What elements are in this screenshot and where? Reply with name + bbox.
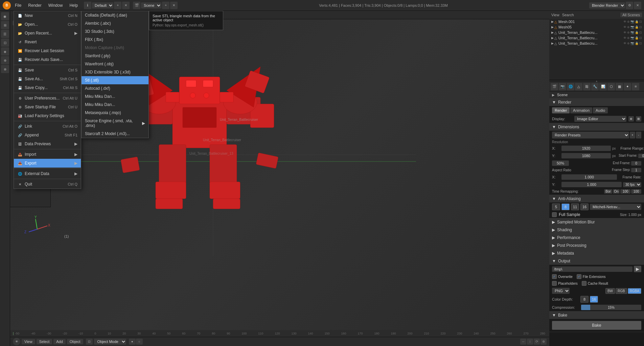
object-mode-select[interactable]: Object Mode [94, 339, 126, 345]
compression-bar[interactable]: 15% [581, 305, 641, 310]
export-mmd2[interactable]: Miku Miku Dan... [82, 101, 148, 109]
sidebar-icon-5[interactable]: ◈ [1, 47, 9, 56]
outliner-item-unit2[interactable]: ▶ △ Unit_Terran_Battlecru... 👁⊕📷🔒⊡ [549, 35, 644, 41]
export-obj[interactable]: Wavefront (.obj) [82, 60, 148, 68]
menu-file[interactable]: File [12, 2, 24, 9]
render-tab-animation[interactable]: Animation [570, 107, 592, 113]
shading-wire[interactable]: ○ [136, 339, 143, 345]
output-header[interactable]: ▼ Output [549, 257, 644, 265]
sidebar-icon-1[interactable]: ◉ [1, 12, 9, 20]
prop-tab-world[interactable]: 🌐 [567, 83, 574, 90]
sidebar-icon-2[interactable]: ⊞ [1, 21, 9, 29]
percent-field[interactable] [552, 160, 569, 166]
res-x-field[interactable] [561, 146, 611, 151]
sidebar-icon-4[interactable]: ⊡ [1, 39, 9, 47]
menu-quit[interactable]: ✕ Quit Ctrl Q [14, 180, 81, 189]
post-processing-header[interactable]: ▶ Post Processing [549, 242, 644, 249]
menu-new[interactable]: 📄 New Ctrl N [14, 11, 81, 20]
menu-save[interactable]: 💾 Save Ctrl S [14, 66, 81, 74]
aa-11-btn[interactable]: 11 [571, 203, 579, 210]
export-bvh[interactable]: Motion Capture (.bvh) [82, 44, 148, 52]
shading-header[interactable]: ▶ Shading [549, 226, 644, 234]
outliner-item-unit1[interactable]: ▶ △ Unit_Terran_Battlecru... 👁⊕📷🔒⊡ [549, 30, 644, 35]
plus-icon[interactable]: + [114, 2, 121, 9]
scene-select[interactable]: Scene [141, 2, 161, 8]
tool-icon-2[interactable]: ↕ [527, 339, 533, 345]
blender-logo[interactable]: B [3, 1, 11, 9]
outliner-item-mesh001[interactable]: ▶ △ Mesh.001 👁⊕📷🔒⊡ [549, 19, 644, 24]
viewport-draw-btn[interactable]: ⊡ [86, 339, 93, 345]
export-dxf[interactable]: Autocad (.dxf) [82, 84, 148, 92]
full-sample-checkbox[interactable] [552, 212, 557, 217]
menu-open[interactable]: 📂 Open... Ctrl O [14, 20, 81, 29]
menu-import[interactable]: 📥 Import ▶ [14, 150, 81, 159]
display-icon-2[interactable]: ⊠ [636, 116, 641, 122]
layout-select[interactable]: Default [92, 2, 113, 8]
info-icon[interactable]: ℹ [84, 2, 91, 9]
presets-del-btn[interactable]: - [636, 132, 641, 138]
prop-tab-physics[interactable]: ⚛ [632, 83, 639, 90]
engine-select[interactable]: Blender Render [589, 2, 625, 8]
menu-recover-auto[interactable]: 💾 Recover Auto Save... [14, 55, 81, 64]
remap-100-2-field[interactable] [631, 189, 641, 194]
prop-tab-object[interactable]: △ [575, 83, 582, 90]
prop-tab-material[interactable]: ⬡ [607, 83, 615, 90]
scene-plus-icon[interactable]: + [162, 2, 169, 9]
select-menu-btn[interactable]: Select [37, 339, 52, 344]
export-alembic[interactable]: Alembic (.abc) [82, 19, 148, 27]
menu-append[interactable]: 🔗 Append Shift F1 [14, 131, 81, 139]
menu-render[interactable]: Render [25, 2, 44, 9]
engine-icon[interactable]: ⚙ [626, 2, 633, 9]
presets-add-btn[interactable]: + [630, 132, 635, 138]
export-mqo[interactable]: Metasequoia (.mqo) [82, 109, 148, 117]
menu-load-factory[interactable]: 🏭 Load Factory Settings [14, 111, 81, 120]
display-icon-1[interactable]: ⊕ [628, 116, 634, 122]
view-icon[interactable]: 👁 [13, 338, 20, 345]
res-y-field[interactable] [561, 153, 611, 158]
sidebar-icon-3[interactable]: ☰ [1, 30, 9, 38]
aa-16-btn[interactable]: 16 [580, 203, 589, 210]
format-select[interactable]: PNG [552, 288, 570, 294]
color-depth-16-btn[interactable]: 16 [590, 296, 598, 303]
add-menu-btn[interactable]: Add [53, 339, 66, 344]
menu-window[interactable]: Window [46, 2, 66, 9]
prop-tab-render[interactable]: 📷 [559, 83, 566, 90]
menu-save-as[interactable]: 💾 Save As... Shift Ctrl S [14, 74, 81, 83]
outliner-view-btn[interactable]: View [551, 13, 559, 17]
output-path-input[interactable] [552, 266, 632, 272]
render-section-header[interactable]: ▼ Render [549, 99, 644, 106]
prop-tab-constraints[interactable]: ⛓ [583, 83, 591, 90]
end-frame-field[interactable] [631, 161, 641, 166]
menu-data-previews[interactable]: 🖼 Data Previews ▶ [14, 139, 81, 148]
tool-icon-1[interactable]: ↔ [520, 339, 526, 345]
remap-100-1-field[interactable] [620, 189, 630, 194]
start-frame-field[interactable] [638, 154, 644, 158]
fps-select[interactable]: 30 fps [623, 182, 641, 187]
prop-tab-particles[interactable]: ✦ [624, 83, 631, 90]
prop-tab-data[interactable]: 📊 [599, 83, 607, 90]
export-sc2[interactable]: Starcraft 2 Model (.m3)... [82, 130, 148, 138]
export-mmd1[interactable]: Miku Miku Dan... [82, 92, 148, 101]
export-collada[interactable]: Collada (Default) (.dae) [82, 11, 148, 19]
tool-icon-4[interactable]: ⊕ [540, 339, 547, 345]
aa-method-select[interactable]: Mitchell-Netrav... [590, 204, 641, 210]
prop-tab-scene[interactable]: 🎬 [551, 83, 558, 90]
render-tab-audio[interactable]: Audio [593, 107, 608, 113]
prop-tab-texture[interactable]: ▦ [616, 83, 623, 90]
prop-tab-modifiers[interactable]: 🔧 [591, 83, 599, 90]
aa-8-btn[interactable]: 8 [561, 203, 570, 210]
menu-save-copy[interactable]: 💾 Save Copy... Ctrl Alt S [14, 83, 81, 92]
placeholders-checkbox[interactable] [552, 281, 557, 286]
color-rgba-btn[interactable]: RGBA [628, 288, 641, 294]
cache-result-checkbox[interactable] [582, 281, 586, 286]
outliner-item-mesh05[interactable]: ▶ △ Mesh05 👁⊕📷🔒⊡ [549, 24, 644, 30]
render-tab-render[interactable]: Render [552, 107, 570, 113]
menu-link[interactable]: 🔗 Link Ctrl Alt O [14, 122, 81, 131]
export-fbx[interactable]: FBX (.fbx) [82, 36, 148, 44]
aa-5-btn[interactable]: 5 [552, 203, 560, 210]
menu-open-recent[interactable]: 📂 Open Recent... ▶ [14, 29, 81, 38]
dimensions-header[interactable]: ▼ Dimensions [549, 123, 644, 131]
menu-export[interactable]: 📤 Export ▶ [14, 159, 81, 168]
sidebar-icon-7[interactable]: ⊗ [1, 65, 9, 73]
bake-btn[interactable]: Bake [552, 321, 641, 330]
